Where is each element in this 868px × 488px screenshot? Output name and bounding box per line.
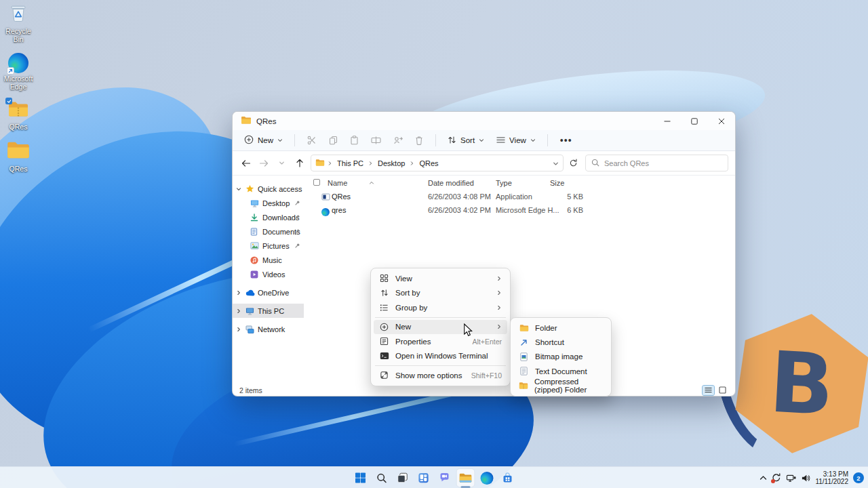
back-button[interactable]: [239, 159, 253, 167]
menu-label: Folder: [535, 324, 557, 332]
desktop-icon-microsoft-edge[interactable]: Microsoft Edge: [0, 53, 37, 91]
volume-icon[interactable]: [801, 474, 810, 483]
network-icon[interactable]: [786, 474, 796, 483]
download-arrow-icon: [250, 214, 258, 222]
watermark-letter: B: [768, 333, 837, 434]
recent-locations-button[interactable]: [275, 160, 288, 166]
address-bar[interactable]: This PC Desktop QRes: [311, 155, 564, 171]
sidebar-label: Music: [262, 256, 282, 264]
sync-alert-icon[interactable]: [772, 473, 781, 483]
file-row-qres-html[interactable]: qres 6/26/2003 4:02 PM Microsoft Edge H.…: [304, 204, 735, 218]
up-button[interactable]: [293, 159, 307, 167]
breadcrumb-qres[interactable]: QRes: [417, 159, 440, 167]
sidebar-item-onedrive[interactable]: OneDrive: [233, 285, 304, 300]
column-header-size[interactable]: Size: [550, 179, 564, 187]
sidebar-item-downloads[interactable]: Downloads: [233, 210, 304, 224]
sidebar-item-pictures[interactable]: Pictures: [233, 239, 304, 253]
rename-icon[interactable]: [371, 136, 381, 145]
maximize-button[interactable]: [681, 112, 708, 130]
show-more-icon: [379, 371, 389, 380]
copy-icon[interactable]: [329, 136, 338, 145]
pin-icon: [294, 200, 300, 206]
menu-item-open-in-windows-terminal[interactable]: Open in Windows Terminal: [374, 349, 507, 364]
chevron-right-icon[interactable]: [236, 290, 241, 296]
large-icons-view-toggle[interactable]: [717, 386, 728, 395]
forward-button[interactable]: [257, 159, 271, 167]
submenu-item-folder[interactable]: Folder: [513, 321, 608, 335]
close-button[interactable]: [708, 112, 735, 130]
minimize-button[interactable]: [654, 112, 681, 130]
menu-item-view[interactable]: View: [374, 271, 507, 286]
sidebar-item-network[interactable]: Network: [233, 322, 304, 336]
submenu-item-shortcut[interactable]: Shortcut: [513, 335, 608, 349]
see-more-button[interactable]: •••: [555, 135, 578, 146]
desktop-icon-qres-zip[interactable]: QRes: [0, 100, 37, 131]
menu-label: Text Document: [535, 367, 587, 375]
chevron-down-icon[interactable]: [236, 186, 241, 192]
sidebar-label: Pictures: [262, 242, 290, 250]
clock[interactable]: 3:13 PM 11/11/2022: [815, 470, 848, 486]
menu-item-show-more-options[interactable]: Show more options Shift+F10: [374, 368, 507, 383]
folder-icon: [6, 140, 31, 163]
chevron-right-icon[interactable]: [236, 327, 241, 332]
edge-button[interactable]: [478, 469, 496, 487]
submenu-item-compressed-folder[interactable]: Compressed (zipped) Folder: [513, 379, 608, 393]
chevron-right-icon[interactable]: [236, 308, 241, 314]
cut-icon[interactable]: [307, 136, 317, 145]
column-header-name[interactable]: Name: [328, 179, 347, 187]
menu-item-group-by[interactable]: Group by: [374, 300, 507, 315]
address-dropdown-icon[interactable]: [553, 157, 559, 169]
submenu-item-bitmap-image[interactable]: Bitmap image: [513, 350, 608, 364]
menu-item-sort-by[interactable]: Sort by: [374, 286, 507, 301]
title-bar[interactable]: QRes: [233, 112, 735, 130]
paste-icon[interactable]: [350, 136, 359, 145]
desktop-icon-recycle-bin[interactable]: Recycle Bin: [0, 3, 37, 43]
menu-item-properties[interactable]: Properties Alt+Enter: [374, 334, 507, 349]
sidebar-item-quick-access[interactable]: Quick access: [233, 182, 304, 196]
menu-separator: [375, 365, 506, 366]
start-button[interactable]: [352, 469, 370, 487]
refresh-button[interactable]: [568, 159, 580, 167]
this-pc-monitor-icon: [245, 307, 254, 315]
sidebar-item-desktop[interactable]: Desktop: [233, 196, 304, 210]
column-headers: Name Date modified Type Size: [304, 176, 735, 190]
menu-label: View: [395, 274, 412, 283]
chat-button[interactable]: [436, 469, 454, 487]
sort-ascending-icon: [369, 179, 374, 187]
sidebar-item-videos[interactable]: Videos: [233, 267, 304, 281]
new-submenu: Folder Shortcut Bitmap image Text Docume…: [510, 317, 612, 396]
sidebar-item-this-pc[interactable]: This PC: [233, 304, 304, 318]
microsoft-store-button[interactable]: [499, 469, 517, 487]
submenu-chevron-icon: [496, 324, 502, 329]
zipped-folder-icon: [519, 382, 528, 390]
sort-button[interactable]: Sort: [443, 133, 489, 148]
view-button[interactable]: View: [492, 134, 540, 148]
share-icon[interactable]: [393, 136, 403, 145]
breadcrumb-chevron-icon: [410, 161, 414, 166]
column-header-date[interactable]: Date modified: [428, 179, 474, 187]
delete-icon[interactable]: [415, 136, 423, 145]
details-view-toggle[interactable]: [703, 386, 714, 395]
task-view-button[interactable]: [394, 469, 412, 487]
file-row-qres-app[interactable]: QRes 6/26/2003 4:08 PM Application 5 KB: [304, 190, 735, 204]
new-button[interactable]: New: [239, 132, 288, 148]
desktop-icon-qres-folder[interactable]: QRes: [0, 140, 37, 173]
breadcrumb-this-pc[interactable]: This PC: [335, 159, 366, 167]
sidebar-item-documents[interactable]: Documents: [233, 224, 304, 239]
notification-badge[interactable]: 2: [853, 472, 864, 483]
sidebar-item-music[interactable]: Music: [233, 253, 304, 267]
plus-circle-icon: [379, 323, 389, 331]
breadcrumb-chevron-icon: [368, 161, 373, 166]
hidden-icons-chevron[interactable]: [760, 475, 767, 481]
select-all-checkbox[interactable]: [313, 179, 320, 186]
submenu-item-text-document[interactable]: Text Document: [513, 364, 608, 378]
breadcrumb-desktop[interactable]: Desktop: [376, 159, 407, 167]
file-explorer-button[interactable]: [457, 469, 475, 487]
menu-item-new[interactable]: New: [374, 320, 507, 335]
column-header-type[interactable]: Type: [496, 179, 512, 187]
breadcrumb-chevron-icon: [328, 161, 332, 166]
widgets-button[interactable]: [415, 469, 433, 487]
recycle-bin-icon: [8, 3, 28, 26]
search-box[interactable]: Search QRes: [585, 155, 728, 171]
search-button[interactable]: [373, 469, 391, 487]
